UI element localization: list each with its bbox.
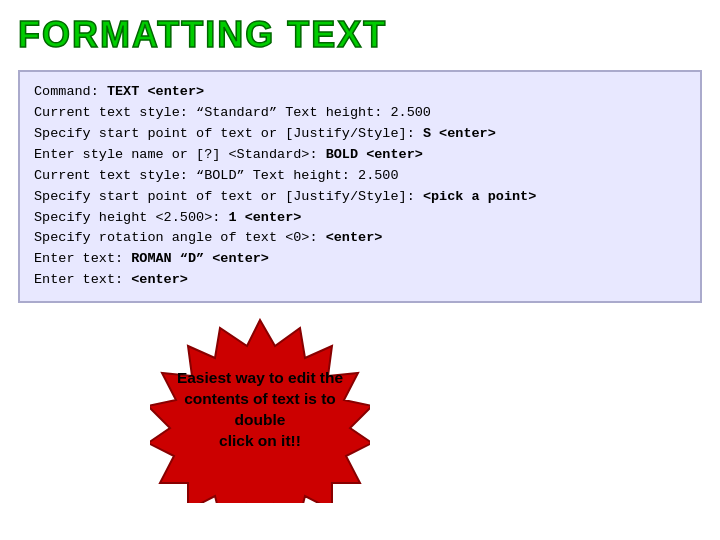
command-box: Command: TEXT <enter> Current text style… [18,70,702,303]
page-title: FORMATTING TEXT [18,14,387,56]
cmd-highlight-7: 1 <enter> [228,210,301,225]
cmd-highlight-3: S <enter> [423,126,496,141]
cmd-line-1: Command: TEXT <enter> [34,82,686,103]
cmd-line-2: Current text style: “Standard” Text heig… [34,103,686,124]
cmd-line-7: Specify height <2.500>: 1 <enter> [34,208,686,229]
cmd-line-5: Current text style: “BOLD” Text height: … [34,166,686,187]
cmd-line-10: Enter text: <enter> [34,270,686,291]
cmd-highlight-4: BOLD <enter> [326,147,423,162]
cmd-line-6: Specify start point of text or [Justify/… [34,187,686,208]
starburst-container: Easiest way to edit thecontents of text … [130,310,390,510]
cmd-highlight-1: TEXT <enter> [107,84,204,99]
cmd-line-4: Enter style name or [?] <Standard>: BOLD… [34,145,686,166]
starburst-label: Easiest way to edit thecontents of text … [150,368,370,452]
cmd-line-9: Enter text: ROMAN “D” <enter> [34,249,686,270]
starburst: Easiest way to edit thecontents of text … [150,318,370,503]
cmd-highlight-9: ROMAN “D” <enter> [131,251,269,266]
cmd-line-3: Specify start point of text or [Justify/… [34,124,686,145]
cmd-line-8: Specify rotation angle of text <0>: <ent… [34,228,686,249]
cmd-highlight-8: <enter> [326,230,383,245]
cmd-highlight-6: <pick a point> [423,189,536,204]
cmd-highlight-10: <enter> [131,272,188,287]
